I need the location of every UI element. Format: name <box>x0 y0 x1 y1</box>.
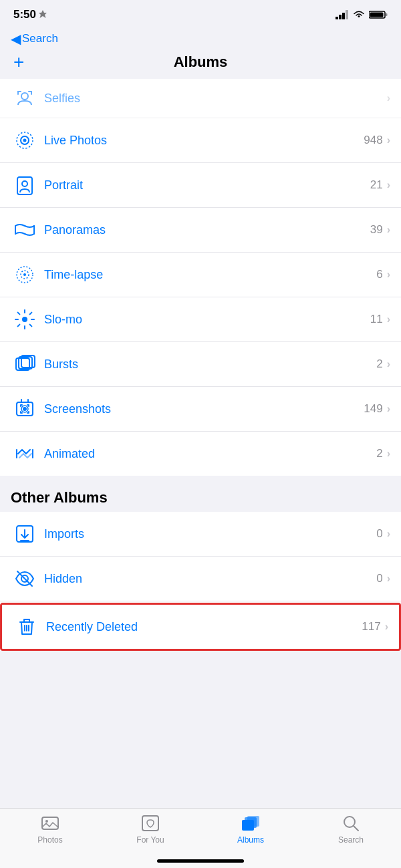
svg-point-12 <box>22 181 27 186</box>
tab-search[interactable]: Search <box>301 814 401 845</box>
album-item-live-photos[interactable]: Live Photos 948 › <box>0 118 401 163</box>
imports-label: Imports <box>44 527 376 541</box>
time-lapse-chevron: › <box>387 269 390 281</box>
nav-bar: ◀ Search <box>0 29 401 51</box>
album-item-hidden[interactable]: Hidden 0 › <box>0 557 401 601</box>
album-item-imports[interactable]: Imports 0 › <box>0 512 401 557</box>
tab-photos[interactable]: Photos <box>0 814 100 845</box>
svg-line-24 <box>18 325 20 327</box>
recently-deleted-icon <box>13 613 41 641</box>
album-item-slo-mo[interactable]: Slo-mo 11 › <box>0 297 401 342</box>
slo-mo-icon <box>11 305 39 333</box>
signal-icon <box>336 10 349 19</box>
back-button[interactable]: ◀ Search <box>11 32 390 45</box>
svg-rect-0 <box>336 17 338 19</box>
albums-tab-icon <box>241 814 260 833</box>
animated-count: 2 <box>376 447 382 460</box>
time-lapse-label: Time-lapse <box>44 268 376 282</box>
album-item-panoramas[interactable]: Panoramas 39 › <box>0 208 401 253</box>
back-label: Search <box>22 32 58 45</box>
back-arrow-icon: ◀ <box>11 32 21 45</box>
time-display: 5:50 <box>13 8 36 21</box>
other-albums-section-header: Other Albums <box>0 476 401 512</box>
live-photos-count: 948 <box>364 134 382 147</box>
home-indicator <box>157 859 244 863</box>
page-header: + Albums <box>0 51 401 79</box>
photos-tab-icon <box>41 814 59 833</box>
svg-rect-6 <box>370 13 384 17</box>
hidden-count: 0 <box>376 572 382 585</box>
album-item-animated[interactable]: Animated 2 › <box>0 432 401 476</box>
svg-point-15 <box>23 273 26 276</box>
portrait-chevron: › <box>387 179 390 191</box>
selfies-chevron: › <box>387 92 390 104</box>
svg-rect-1 <box>339 15 342 19</box>
album-item-screenshots[interactable]: Screenshots 149 › <box>0 387 401 432</box>
photos-tab-label: Photos <box>37 835 62 845</box>
portrait-count: 21 <box>370 178 383 192</box>
album-item-time-lapse[interactable]: Time-lapse 6 › <box>0 253 401 297</box>
for-you-tab-label: For You <box>136 835 164 845</box>
slo-mo-label: Slo-mo <box>44 313 370 327</box>
recently-deleted-count: 117 <box>362 620 380 633</box>
hidden-icon <box>11 565 39 593</box>
svg-point-7 <box>21 93 28 100</box>
svg-point-30 <box>23 408 26 410</box>
panoramas-count: 39 <box>370 223 383 237</box>
time-lapse-count: 6 <box>376 268 382 281</box>
imports-chevron: › <box>387 528 390 540</box>
portrait-icon <box>11 171 39 199</box>
bursts-count: 2 <box>376 357 382 371</box>
hidden-label: Hidden <box>44 572 376 586</box>
live-photos-icon <box>11 126 39 154</box>
live-photos-label: Live Photos <box>44 134 364 148</box>
time-lapse-icon <box>11 261 39 289</box>
portrait-label: Portrait <box>44 178 370 192</box>
svg-rect-37 <box>42 817 58 829</box>
status-time: 5:50 <box>13 8 47 21</box>
location-icon <box>39 10 47 19</box>
svg-line-44 <box>354 826 358 831</box>
svg-rect-2 <box>342 13 345 19</box>
slo-mo-chevron: › <box>387 313 390 325</box>
svg-point-16 <box>22 317 27 322</box>
page-title: Albums <box>174 53 228 71</box>
bursts-icon <box>11 350 39 378</box>
status-bar: 5:50 <box>0 0 401 29</box>
other-albums-title: Other Albums <box>11 489 108 506</box>
bursts-chevron: › <box>387 358 390 370</box>
selfies-icon <box>11 84 39 112</box>
panoramas-chevron: › <box>387 224 390 236</box>
bursts-label: Bursts <box>44 357 376 372</box>
search-tab-label: Search <box>338 835 364 845</box>
hidden-chevron: › <box>387 573 390 585</box>
battery-icon <box>369 10 388 19</box>
animated-chevron: › <box>387 448 390 460</box>
svg-point-38 <box>45 820 48 823</box>
album-item-bursts[interactable]: Bursts 2 › <box>0 342 401 387</box>
svg-line-23 <box>30 313 32 315</box>
status-icons <box>336 10 388 19</box>
search-tab-icon <box>342 814 360 833</box>
album-list: Selfies › Live Photos 948 › Portrait 21 … <box>0 79 401 476</box>
partial-album-item[interactable]: Selfies › <box>0 79 401 118</box>
add-button[interactable]: + <box>13 53 24 71</box>
panoramas-icon <box>11 216 39 244</box>
imports-icon <box>11 520 39 548</box>
for-you-tab-icon <box>141 814 160 833</box>
tab-for-you[interactable]: For You <box>100 814 200 845</box>
recently-deleted-label: Recently Deleted <box>46 620 362 634</box>
album-item-portrait[interactable]: Portrait 21 › <box>0 163 401 208</box>
screenshots-chevron: › <box>387 403 390 415</box>
svg-rect-3 <box>346 10 348 19</box>
animated-icon <box>11 440 39 468</box>
screenshots-count: 149 <box>364 402 382 416</box>
panoramas-label: Panoramas <box>44 223 370 237</box>
svg-line-21 <box>18 313 20 315</box>
album-item-recently-deleted[interactable]: Recently Deleted 117 › <box>0 603 401 651</box>
svg-point-9 <box>23 139 27 142</box>
tab-albums[interactable]: Albums <box>200 814 301 845</box>
screenshots-icon <box>11 395 39 423</box>
svg-rect-5 <box>386 13 388 16</box>
screenshots-label: Screenshots <box>44 402 364 416</box>
